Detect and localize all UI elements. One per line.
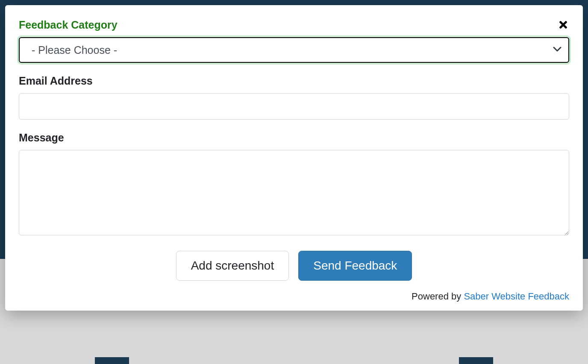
message-group: Message (19, 132, 569, 237)
button-row: Add screenshot Send Feedback (19, 251, 569, 281)
powered-by-text: Powered by (412, 291, 464, 302)
message-field[interactable] (19, 150, 569, 235)
email-group: Email Address (19, 75, 569, 120)
email-field[interactable] (19, 93, 569, 120)
send-feedback-button[interactable]: Send Feedback (298, 251, 412, 281)
message-label: Message (19, 132, 569, 144)
category-select[interactable]: - Please Choose - (19, 37, 569, 63)
category-group: Feedback Category - Please Choose - (19, 19, 569, 63)
footer: Powered by Saber Website Feedback (19, 291, 569, 302)
background-accent-1 (95, 357, 129, 364)
background-accent-2 (459, 357, 493, 364)
close-icon[interactable] (557, 19, 569, 31)
feedback-modal: Feedback Category - Please Choose - Emai… (5, 5, 583, 311)
email-label: Email Address (19, 75, 569, 87)
category-label: Feedback Category (19, 19, 569, 31)
category-select-wrapper: - Please Choose - (19, 37, 569, 63)
saber-link[interactable]: Saber Website Feedback (464, 291, 569, 302)
add-screenshot-button[interactable]: Add screenshot (176, 251, 289, 281)
